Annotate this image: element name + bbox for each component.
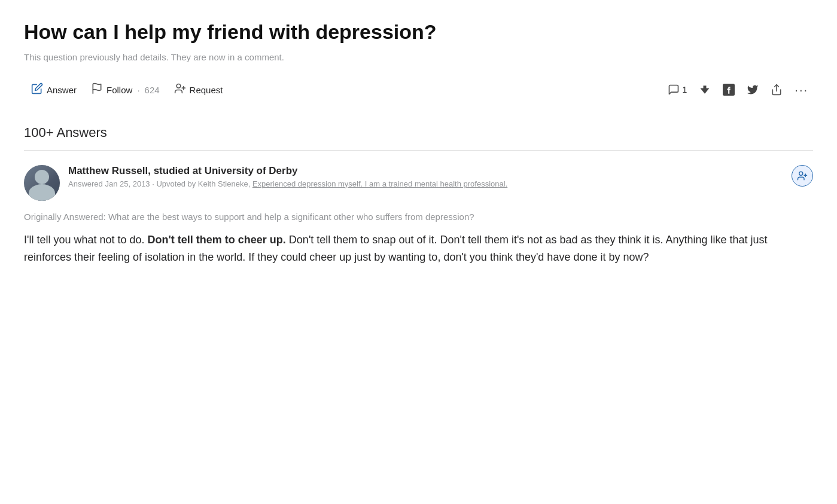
answer-meta: Answered Jan 25, 2013 · Upvoted by Keith… [68, 178, 783, 190]
answer-date: Answered Jan 25, 2013 [68, 179, 150, 188]
dot-separator: · [137, 85, 139, 95]
pencil-icon [31, 83, 43, 97]
request-button[interactable]: Request [167, 79, 230, 101]
follow-user-button[interactable] [792, 165, 813, 187]
upvote-meta: · Upvoted by Keith Stieneke, [152, 179, 250, 188]
comment-count: 1 [683, 85, 687, 94]
upvote-credential-link[interactable]: Experienced depression myself. I am a tr… [252, 179, 507, 188]
more-options-button[interactable]: ··· [790, 80, 813, 100]
action-bar: Answer Follow · 624 Request [24, 74, 813, 106]
request-icon [174, 83, 186, 97]
right-actions: 1 [663, 80, 813, 100]
answer-button[interactable]: Answer [24, 79, 84, 101]
avatar [24, 165, 60, 201]
twitter-icon [747, 84, 759, 96]
answers-section: 100+ Answers Matthew Russell, studied at… [24, 125, 813, 267]
svg-point-1 [176, 84, 181, 88]
ellipsis-icon: ··· [795, 83, 808, 97]
comment-button[interactable]: 1 [663, 80, 692, 99]
answer-body: I'll tell you what not to do. Don't tell… [24, 231, 813, 267]
answer-header: Matthew Russell, studied at University o… [24, 165, 813, 201]
comment-icon [668, 84, 680, 96]
follow-label: Follow [106, 85, 132, 95]
author-name[interactable]: Matthew Russell, studied at University o… [68, 165, 783, 177]
share-icon [771, 84, 783, 96]
add-user-icon [797, 170, 808, 181]
share-button[interactable] [766, 80, 787, 99]
originally-answered: Originally Answered: What are the best w… [24, 212, 813, 222]
answer-item: Matthew Russell, studied at University o… [24, 165, 813, 267]
answers-divider [24, 150, 813, 151]
downvote-icon [699, 84, 711, 96]
downvote-button[interactable] [694, 80, 716, 99]
svg-point-6 [799, 172, 803, 175]
author-info: Matthew Russell, studied at University o… [68, 165, 783, 190]
emphasis-text: Don't tell them to cheer up. [148, 234, 286, 246]
answer-label: Answer [47, 85, 77, 95]
follow-count: 624 [145, 85, 160, 95]
question-subtitle: This question previously had details. Th… [24, 52, 813, 62]
facebook-share-button[interactable] [718, 80, 739, 99]
question-title: How can I help my friend with depression… [24, 19, 813, 45]
follow-icon [91, 83, 103, 97]
facebook-icon [723, 84, 735, 96]
twitter-share-button[interactable] [742, 80, 763, 99]
request-label: Request [190, 85, 223, 95]
answers-count: 100+ Answers [24, 125, 813, 140]
follow-button[interactable]: Follow · 624 [84, 79, 167, 101]
